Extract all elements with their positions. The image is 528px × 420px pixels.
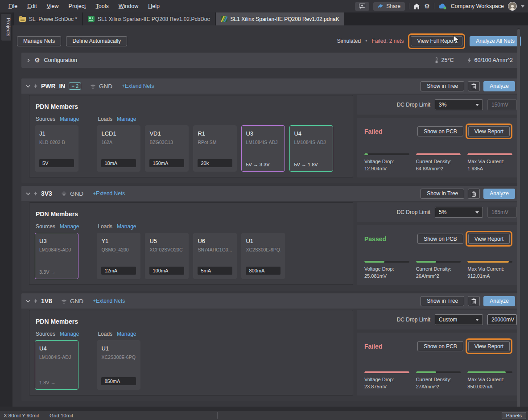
show-in-tree-button[interactable]: Show in Tree [421, 189, 464, 199]
manage-sources-link[interactable]: Manage [60, 331, 79, 337]
show-on-pcb-button[interactable]: Show on PCB [417, 126, 463, 136]
workspace-label[interactable]: Company Workspace [451, 3, 504, 9]
member-value-input[interactable]: 5V [39, 159, 74, 167]
account-caret-icon[interactable] [521, 5, 524, 8]
person-icon [509, 4, 516, 10]
delete-net-button[interactable] [468, 189, 480, 199]
metric-voltage-drop: Voltage Drop: 23.875mV [364, 371, 409, 390]
dc-drop-mv-field[interactable]: 150mV [487, 99, 517, 110]
member-card-lcd1[interactable]: LCD1 162A 18mA [97, 125, 140, 172]
configuration-bar[interactable]: ⚙ Configuration 25°C 60/100 A/mm^2 [21, 53, 519, 68]
extra-nets-badge[interactable]: + 2 [69, 82, 81, 90]
member-value-input[interactable]: 100mA [149, 267, 184, 275]
analyze-net-button[interactable]: Analyze [483, 189, 515, 199]
chevron-down-icon[interactable] [26, 300, 30, 303]
document-tab-bar: SL_Power.SchDoc * SL1 Xilinx Spartan-IIE… [0, 12, 528, 25]
tab-pcbdoc[interactable]: SL1 Xilinx Spartan-IIE PQ208 Rev1.02.Pcb… [83, 12, 214, 25]
pdn-analyzer-doc-icon [221, 16, 227, 22]
configuration-title: Configuration [44, 57, 77, 63]
manage-loads-link[interactable]: Manage [117, 223, 136, 230]
tab-pdna-active[interactable]: SL1 Xilinx Spartan-IIE PQ208 Rev1.02.pdn… [216, 12, 344, 25]
delete-net-button[interactable] [468, 81, 480, 91]
menu-edit[interactable]: Edit [22, 0, 42, 12]
panels-button[interactable]: Panels [502, 412, 526, 419]
view-report-highlight: View Report [466, 338, 512, 354]
member-value-input[interactable]: 150mA [149, 159, 184, 167]
member-card-u5[interactable]: U5 XCF02SVO20C 100mA [145, 233, 189, 279]
member-card-u3[interactable]: U3 LM1084IS-ADJ 5V → 3.3V [241, 125, 285, 172]
analyze-all-nets-button[interactable]: Analyze All Nets [470, 36, 521, 46]
pdn-members-panel: PDN Members Sources Manage U3 [29, 202, 353, 285]
member-ref: U3 [246, 130, 280, 137]
manage-sources-link[interactable]: Manage [60, 223, 79, 230]
show-in-tree-button[interactable]: Show in Tree [421, 81, 464, 91]
delete-net-button[interactable] [468, 296, 480, 306]
manage-sources-link[interactable]: Manage [60, 116, 79, 122]
member-card-j1[interactable]: J1 KLD-0202-B 5V [35, 125, 78, 172]
manage-nets-button[interactable]: Manage Nets [17, 36, 61, 46]
member-card-r1[interactable]: R1 RPot SM 20k [193, 125, 237, 172]
member-value-input[interactable]: 20k [198, 159, 232, 167]
metric-label: Max Via Current: [467, 158, 512, 165]
member-value-input[interactable]: 800mA [246, 267, 280, 275]
analyze-net-button[interactable]: Analyze [483, 296, 515, 306]
dc-drop-mv-field[interactable]: 20000mV [487, 314, 517, 325]
menu-view[interactable]: View [42, 0, 64, 12]
member-card-u1[interactable]: U1 XC2S300E-6PQ... 850mA [97, 340, 140, 390]
member-value-input[interactable]: 850mA [101, 377, 136, 385]
view-full-report-button[interactable]: View Full Report [411, 36, 462, 46]
member-card-u6[interactable]: U6 SN74AHC1G0... 5mA [193, 233, 237, 279]
tab-schdoc[interactable]: SL_Power.SchDoc * [14, 12, 82, 25]
show-on-pcb-button[interactable]: Show on PCB [417, 234, 463, 244]
chevron-down-icon[interactable] [26, 192, 30, 195]
chevron-right-icon[interactable] [26, 58, 30, 62]
projects-panel-tab[interactable]: Projects [1, 14, 11, 41]
share-button[interactable]: Share [373, 2, 405, 11]
extend-nets-link[interactable]: +Extend Nets [93, 298, 125, 304]
dc-drop-limit-select[interactable]: 5% [435, 207, 483, 218]
member-card-u4[interactable]: U4 LM1084IS-ADJ 5V → 1.8V [289, 125, 333, 172]
show-on-pcb-button[interactable]: Show on PCB [417, 341, 463, 351]
extend-nets-link[interactable]: +Extend Nets [93, 190, 125, 197]
dc-drop-limit-label: DC Drop Limit [397, 102, 430, 108]
chevron-down-icon[interactable] [26, 85, 30, 88]
member-part: KLD-0202-B [39, 140, 74, 145]
member-value-input[interactable]: 5mA [198, 267, 232, 275]
member-card-u1[interactable]: U1 XC2S300E-6PQ... 800mA [241, 233, 285, 279]
manage-loads-link[interactable]: Manage [117, 116, 136, 122]
show-in-tree-button[interactable]: Show in Tree [421, 296, 464, 306]
member-card-vd1[interactable]: VD1 BZG03C13 150mA [145, 125, 189, 172]
member-value-input[interactable]: 12mA [101, 267, 136, 275]
menu-window[interactable]: Window [114, 0, 143, 12]
analyze-net-button[interactable]: Analyze [483, 81, 515, 91]
divider [409, 3, 409, 9]
view-report-button[interactable]: View Report [468, 126, 510, 136]
loads-group: Loads Manage U1 XC2S300E-6PQ... 850mA [97, 331, 140, 390]
dc-drop-limit-select[interactable]: Custom [435, 314, 483, 325]
menu-file[interactable]: File [4, 0, 22, 12]
settings-gear-icon[interactable]: ⚙ [424, 3, 430, 9]
view-report-button[interactable]: View Report [468, 341, 510, 351]
dc-drop-mv-field[interactable]: 165mV [487, 207, 517, 218]
manage-loads-link[interactable]: Manage [117, 331, 136, 337]
extend-nets-link[interactable]: +Extend Nets [122, 83, 154, 89]
member-conversion: 3.3V → [39, 269, 74, 275]
comment-button[interactable] [355, 2, 369, 11]
define-automatically-button[interactable]: Define Automatically [66, 36, 127, 46]
menu-project[interactable]: Project [64, 0, 91, 12]
scrollbar-thumb[interactable] [517, 29, 520, 417]
view-report-button[interactable]: View Report [468, 234, 510, 244]
member-card-u3[interactable]: U3 LM1084IS-ADJ 3.3V → [35, 233, 78, 279]
member-value-input[interactable]: 18mA [101, 159, 136, 167]
member-card-u4[interactable]: U4 LM1084IS-ADJ 1.8V → [35, 340, 78, 390]
vertical-scrollbar[interactable] [517, 28, 520, 418]
sources-label: Sources [36, 116, 55, 122]
trash-icon [471, 83, 476, 89]
user-avatar[interactable] [508, 2, 517, 11]
member-card-y1[interactable]: Y1 QSMO_4200 12mA [97, 233, 140, 279]
net-name: PWR_IN [41, 82, 65, 90]
menu-tools[interactable]: Tools [91, 0, 114, 12]
home-icon[interactable] [413, 4, 420, 9]
dc-drop-limit-select[interactable]: 3% [435, 99, 483, 110]
menu-help[interactable]: Help [143, 0, 165, 12]
